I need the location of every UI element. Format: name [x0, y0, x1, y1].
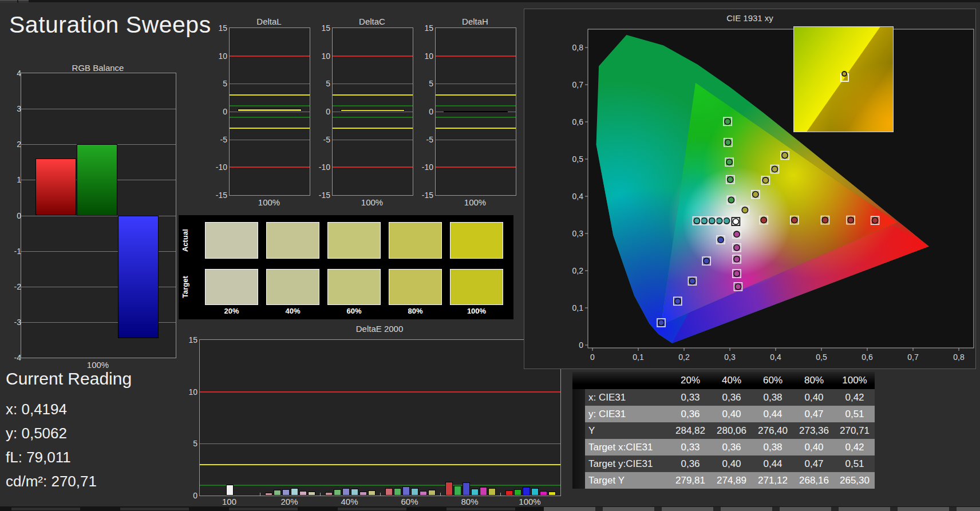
- table-value-cell: 0,36: [670, 455, 711, 472]
- table-value-cell: 279,81: [670, 472, 711, 489]
- table-value-cell: 265,30: [835, 472, 875, 489]
- table-value-cell: 273,36: [793, 422, 835, 439]
- swatch-step-label: 80%: [389, 307, 442, 315]
- inset-measured-dot: [841, 71, 847, 77]
- deltae-bar: [325, 492, 333, 496]
- table-row-lead: [572, 389, 585, 406]
- gridline: [333, 140, 413, 140]
- deltae-bar: [454, 486, 461, 496]
- deltae-bar: [394, 488, 401, 496]
- table-value-cell: 0,38: [752, 439, 793, 455]
- deltae-bar: [463, 482, 470, 496]
- limit-line: [230, 167, 310, 168]
- deltae-group-label: 80%: [447, 497, 493, 506]
- limit-line: [333, 167, 413, 168]
- table-value-cell: 0,40: [711, 455, 752, 472]
- deltal-bar: [238, 109, 302, 112]
- deltae-bar: [471, 489, 479, 496]
- table-value-cell: 284,82: [670, 422, 711, 439]
- delta-chart-xlabel: 100%: [435, 197, 515, 207]
- deltae-bar: [488, 488, 496, 496]
- axis-tick-label: 15: [313, 23, 330, 33]
- deltae-bar: [368, 490, 376, 496]
- axis-tick-label: 0: [4, 211, 21, 220]
- axis-tick-label: -3: [4, 318, 21, 327]
- axis-tick-label: 0: [180, 491, 197, 500]
- axis-tick-label: 15: [180, 335, 197, 344]
- deltah-chart: 151050-5-10-15: [435, 27, 516, 196]
- axis-tick-label: 1: [4, 175, 21, 184]
- deltae-bar: [514, 489, 521, 496]
- gridline: [436, 140, 516, 140]
- current-reading-line: y: 0,5062: [6, 425, 67, 442]
- limit-line: [230, 117, 310, 118]
- axis-tick-label: 5: [416, 79, 433, 88]
- deltae-bar: [359, 492, 367, 496]
- actual-row-label: Actual: [181, 222, 191, 259]
- current-reading-line: x: 0,4194: [6, 401, 67, 418]
- limit-line: [333, 105, 413, 106]
- axis-tick-label: -15: [210, 191, 227, 200]
- svg-text:0,8: 0,8: [572, 43, 584, 52]
- deltae-axis-tick: [440, 493, 441, 496]
- rgb-balance-title: RGB Balance: [21, 63, 175, 73]
- table-value-cell: 0,47: [793, 406, 835, 422]
- axis-tick-label: 4: [4, 69, 21, 78]
- deltae-bar: [226, 485, 234, 496]
- deltac-bar: [341, 109, 405, 112]
- gridline: [436, 84, 516, 84]
- axis-tick-label: 10: [313, 52, 330, 61]
- axis-tick-label: 5: [313, 79, 330, 88]
- axis-tick-label: -5: [416, 135, 433, 144]
- table-value-cell: 0,36: [711, 389, 752, 406]
- axis-tick-label: 0: [313, 107, 330, 116]
- svg-text:0,3: 0,3: [572, 229, 584, 238]
- delta-chart-title: DeltaC: [332, 17, 412, 26]
- layout-tab-1[interactable]: [0, 0, 17, 3]
- table-value-cell: 0,44: [752, 455, 793, 472]
- svg-text:0,4: 0,4: [572, 192, 584, 201]
- bottom-strip-left-blocks[interactable]: [11, 508, 521, 510]
- limit-line: [230, 94, 310, 96]
- deltae-bar: [531, 488, 539, 496]
- table-row-lead: [572, 422, 585, 439]
- table-value-cell: 0,51: [835, 406, 875, 422]
- axis-tick-label: 10: [416, 52, 433, 61]
- deltal-chart: 151050-5-10-15: [229, 27, 310, 196]
- deltae-bar: [308, 492, 315, 496]
- layout-tab-2[interactable]: [18, 0, 29, 3]
- bottom-thumbnail-strip[interactable]: [0, 506, 980, 511]
- axis-tick-label: -1: [4, 247, 21, 256]
- actual-swatch-20%: [205, 222, 258, 259]
- gridline: [230, 140, 310, 140]
- svg-text:0,2: 0,2: [678, 352, 690, 362]
- deltae-bar: [540, 491, 547, 496]
- axis-tick-label: -5: [313, 135, 330, 144]
- axis-tick-label: -10: [416, 163, 433, 172]
- table-header-100%: 100%: [835, 372, 875, 389]
- svg-text:0,5: 0,5: [816, 352, 827, 362]
- limit-line: [230, 105, 310, 106]
- deltae-bar: [411, 488, 418, 496]
- top-tab-strip: [0, 0, 980, 2]
- bottom-strip-right-blocks[interactable]: [544, 507, 980, 511]
- table-row-lead: [572, 439, 585, 455]
- delta-chart-title: DeltaH: [435, 17, 515, 26]
- axis-tick-label: -5: [210, 135, 227, 144]
- deltae-bar: [548, 492, 556, 496]
- deltae-group-label: 100: [207, 497, 252, 506]
- deltae-bar: [428, 490, 436, 496]
- deltae-bar: [420, 491, 427, 496]
- svg-text:0,1: 0,1: [572, 303, 584, 312]
- deltae-bar: [402, 486, 410, 496]
- deltae-bar: [351, 489, 358, 496]
- deltae-bar: [342, 488, 350, 496]
- table-row-label: Target y:CIE31: [585, 455, 670, 472]
- current-reading-title: Current Reading: [6, 369, 132, 389]
- gridline: [333, 84, 413, 84]
- actual-swatch-40%: [266, 222, 319, 259]
- target-row-label: Target: [181, 269, 191, 305]
- actual-swatch-80%: [389, 222, 442, 259]
- axis-tick-label: -10: [313, 163, 330, 172]
- table-value-cell: 0,44: [752, 406, 793, 422]
